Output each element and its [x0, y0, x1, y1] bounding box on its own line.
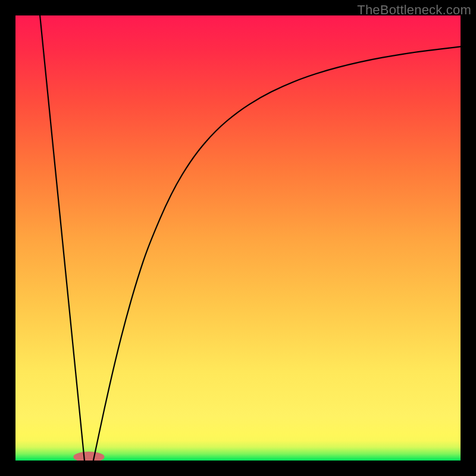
gradient-chart	[15, 15, 461, 461]
gradient-background	[15, 15, 461, 461]
plot-frame	[15, 15, 461, 461]
watermark-label: TheBottleneck.com	[357, 2, 471, 18]
